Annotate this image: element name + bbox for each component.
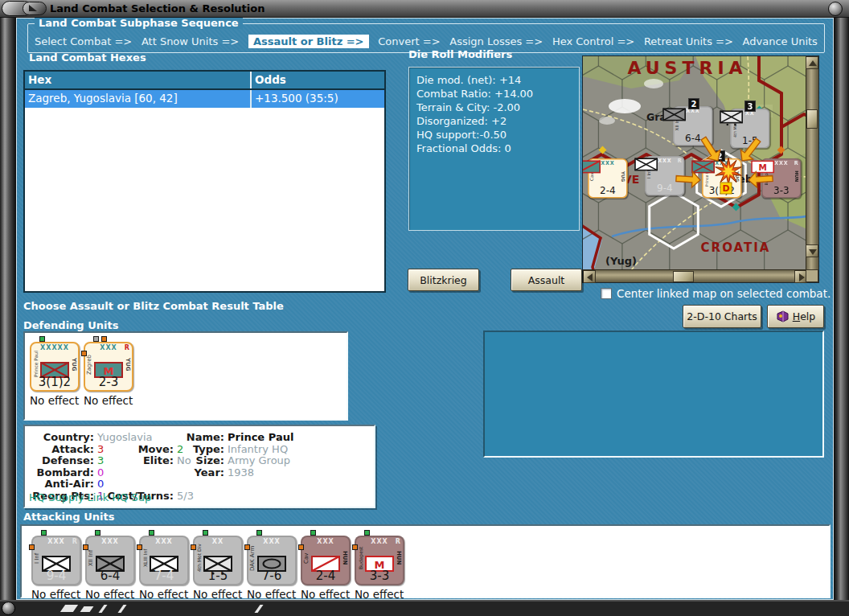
unit-counter-budapest[interactable]: XXXBudapestHUNRM3-3 <box>355 536 404 585</box>
assault-button[interactable]: Assault <box>511 269 582 291</box>
unit-counter-i-inf[interactable]: XXXI InfR9-4 <box>645 156 685 196</box>
info-label: Size: <box>183 454 224 466</box>
window-title: Land Combat Selection & Resolution <box>50 2 265 14</box>
subphase-step-att-snow-units[interactable]: Att Snow Units => <box>142 35 239 47</box>
motorized-symbol <box>719 110 743 126</box>
unit-counter-i-inf[interactable]: XXXI InfR9-4 <box>31 536 81 585</box>
window-arrow-icon <box>29 5 37 11</box>
blitzkrieg-button[interactable]: Blitzkrieg <box>408 269 479 291</box>
info-label: Attack: <box>30 443 94 455</box>
unit-cav: XXXCavHUN2-4No effect <box>301 530 351 601</box>
info-row-anti-air: Anti-Air:0 <box>30 478 104 490</box>
unit-counter-cav[interactable]: XXXCavYUG2-4 <box>588 158 628 199</box>
subphase-steps: Select Combat =>Att Snow Units =>Assault… <box>35 35 818 48</box>
unit-effect-label: No effect <box>30 394 80 407</box>
statusbar-decor <box>80 606 94 612</box>
unit-counter-4th-mot-div[interactable]: XX4th Mot Div1-5 <box>730 109 770 149</box>
info-value: 3 <box>97 443 104 455</box>
unit-prince-paul: XXXPrince PaulYUG3(1)2 <box>702 158 742 199</box>
die-mod-line-fractional-odds: Fractional Odds: 0 <box>416 142 572 155</box>
unit-counter-4th-mot-div[interactable]: XX4th Mot Div1-5 <box>193 536 243 585</box>
vertical-scroll-thumb[interactable] <box>806 109 818 129</box>
subphase-step-assign-losses[interactable]: Assign Losses => <box>449 35 543 47</box>
unit-budapest: XXXBudapestHUNRM3-3 <box>761 158 802 199</box>
statusbar-decor <box>98 605 107 613</box>
unit-counter-cav[interactable]: XXXCavHUN2-4 <box>301 536 351 585</box>
stack-indicator-dot <box>29 544 35 550</box>
unit-counter-prince-paul[interactable]: XXXXXPrince PaulYUG3(1)2 <box>30 342 80 392</box>
stack-indicator-dot <box>256 530 262 536</box>
unit-4th-mot-div: XX4th Mot Div1-5 <box>730 109 770 149</box>
blitzkrieg-button-label: Blitzkrieg <box>420 274 466 286</box>
unit-reserve-flag: R <box>72 538 77 545</box>
unit-dak-arm: XXXDAK Arm7-6No effect <box>247 530 297 601</box>
subphase-step-convert[interactable]: Convert => <box>378 35 440 47</box>
info-row-attack: Attack:3 <box>30 443 104 455</box>
horizontal-scroll-thumb[interactable] <box>673 271 694 282</box>
column-header-odds[interactable]: Odds <box>252 72 384 88</box>
unit-reserve-flag: R <box>396 538 400 545</box>
unit-counter-zagreb[interactable]: XXXZagrebYUGRM2-3 <box>84 342 133 392</box>
unit-strength-value: 3(1)2 <box>31 375 78 389</box>
subphase-step-advance-units[interactable]: Advance Units <box>743 35 818 47</box>
scroll-left-button[interactable] <box>583 270 596 283</box>
subphase-step-assault-or-blitz[interactable]: Assault or Blitz => <box>248 35 369 48</box>
unit-counter-prince-paul[interactable]: XXXPrince PaulYUG3(1)2 <box>702 158 742 199</box>
subphase-step-retreat-units[interactable]: Retreat Units => <box>644 35 733 47</box>
unit-counter-xii-inf[interactable]: XXXXII Inf6-4 <box>673 106 713 146</box>
stack-indicator-dot <box>310 530 316 536</box>
info-row-defense: Defense:3 <box>30 454 104 466</box>
resize-knob[interactable] <box>2 602 15 615</box>
unit-budapest: XXXBudapestHUNRM3-3No effect <box>355 530 404 601</box>
die-mod-net: Die mod. (net): +14 <box>416 73 572 87</box>
attacking-units-panel: XXXI InfR9-4No effectXXXXII Inf6-4No eff… <box>20 524 831 598</box>
scroll-down-button[interactable] <box>806 244 818 257</box>
infantry-dark-symbol <box>662 108 686 124</box>
info-value: 0 <box>97 478 104 490</box>
unit-counter-dak-arm[interactable]: XXXDAK Arm7-6 <box>247 536 297 585</box>
unit-counter-xliii-inf[interactable]: XXXXLIII Inf7-4 <box>139 536 189 585</box>
info-label: Defense: <box>30 454 94 466</box>
map-viewport[interactable]: AUSTRIA Graz CROATIA (Yug) VE eb XXXXII … <box>582 55 819 283</box>
map-label-croatia: CROATIA <box>701 240 771 255</box>
stack-indicator-dot <box>203 530 208 536</box>
close-button[interactable] <box>828 2 843 16</box>
charts-button[interactable]: 2-D-10 Charts <box>683 305 761 328</box>
unit-effect-label: No effect <box>193 588 243 601</box>
info-label: Name: <box>183 431 224 443</box>
info-value: 5/3 <box>177 490 194 502</box>
charts-button-label: 2-D-10 Charts <box>687 310 757 322</box>
subphase-title: Land Combat Subphase Sequence <box>35 17 243 29</box>
unit-counter-xii-inf[interactable]: XXXXII Inf6-4 <box>85 536 135 585</box>
column-header-hex[interactable]: Hex <box>25 72 252 88</box>
title-bar[interactable]: Land Combat Selection & Resolution <box>0 0 849 18</box>
subphase-step-hex-control[interactable]: Hex Control => <box>552 35 634 47</box>
unit-strength-value: 3(1)2 <box>703 185 740 196</box>
unit-strength-value: 3-3 <box>356 569 403 583</box>
info-row-name: Name:Prince Paul <box>183 431 293 443</box>
info-value: 1938 <box>228 466 254 478</box>
defending-units-title: Defending Units <box>23 319 118 331</box>
subphase-step-select-combat[interactable]: Select Combat => <box>35 35 132 47</box>
unit-strength-value: 6-4 <box>87 569 133 583</box>
map-vertical-scrollbar[interactable] <box>806 56 818 270</box>
info-row-size: Size:Army Group <box>183 454 290 466</box>
unit-strength-value: 3-3 <box>763 185 800 196</box>
unit-reserve-flag: R <box>678 158 682 163</box>
map-label-austria: AUSTRIA <box>627 58 747 78</box>
map-content[interactable]: AUSTRIA Graz CROATIA (Yug) VE eb XXXXII … <box>583 56 807 270</box>
center-map-checkbox[interactable] <box>601 288 612 299</box>
help-book-icon <box>776 310 790 322</box>
svg-text:M: M <box>758 162 766 172</box>
stack-indicator-dot <box>101 336 107 342</box>
unit-effect-label: No effect <box>139 588 189 601</box>
help-button[interactable]: Help <box>767 305 824 328</box>
defending-units-panel: XXXXXPrince PaulYUG3(1)2No effectXXXZagr… <box>23 331 348 421</box>
map-horizontal-scrollbar[interactable] <box>583 269 807 282</box>
die-roll-modifiers-title: Die Roll Modifiers <box>408 48 512 60</box>
unit-strength-value: 9-4 <box>646 183 683 194</box>
combat-hex-row[interactable]: Zagreb, Yugoslavia [60, 42]+13.500 (35:5… <box>25 90 384 108</box>
scroll-up-button[interactable] <box>806 56 818 69</box>
unit-counter-budapest[interactable]: XXXBudapestHUNRM3-3 <box>761 158 802 199</box>
unit-strength-value: 2-4 <box>589 185 626 196</box>
